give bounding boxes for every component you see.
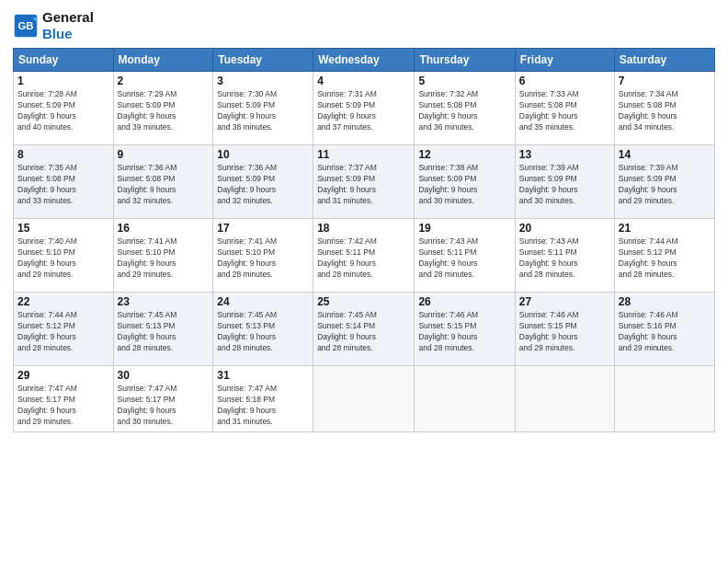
day-info: Sunrise: 7:39 AM Sunset: 5:09 PM Dayligh… xyxy=(619,163,711,207)
day-info: Sunrise: 7:43 AM Sunset: 5:11 PM Dayligh… xyxy=(418,236,510,281)
day-info: Sunrise: 7:33 AM Sunset: 5:08 PM Dayligh… xyxy=(519,89,610,133)
day-info: Sunrise: 7:43 AM Sunset: 5:11 PM Dayligh… xyxy=(519,236,610,281)
calendar-day-cell: 31Sunrise: 7:47 AM Sunset: 5:18 PM Dayli… xyxy=(213,366,313,432)
day-number: 22 xyxy=(17,295,109,308)
calendar-day-cell: 25Sunrise: 7:45 AM Sunset: 5:14 PM Dayli… xyxy=(313,293,415,366)
day-info: Sunrise: 7:31 AM Sunset: 5:09 PM Dayligh… xyxy=(317,89,410,133)
day-info: Sunrise: 7:34 AM Sunset: 5:08 PM Dayligh… xyxy=(619,89,711,133)
day-info: Sunrise: 7:36 AM Sunset: 5:09 PM Dayligh… xyxy=(217,163,309,207)
day-info: Sunrise: 7:47 AM Sunset: 5:17 PM Dayligh… xyxy=(118,384,210,428)
calendar-day-cell: 4Sunrise: 7:31 AM Sunset: 5:09 PM Daylig… xyxy=(313,72,415,145)
calendar-day-cell: 22Sunrise: 7:44 AM Sunset: 5:12 PM Dayli… xyxy=(14,293,114,366)
logo-icon: GB xyxy=(13,13,39,39)
calendar-week-row: 15Sunrise: 7:40 AM Sunset: 5:10 PM Dayli… xyxy=(14,219,715,293)
day-number: 14 xyxy=(619,148,711,161)
calendar-day-cell: 20Sunrise: 7:43 AM Sunset: 5:11 PM Dayli… xyxy=(515,219,614,293)
day-info: Sunrise: 7:28 AM Sunset: 5:09 PM Dayligh… xyxy=(17,89,109,133)
calendar-day-cell xyxy=(415,366,515,432)
day-info: Sunrise: 7:47 AM Sunset: 5:18 PM Dayligh… xyxy=(217,384,309,428)
day-info: Sunrise: 7:41 AM Sunset: 5:10 PM Dayligh… xyxy=(217,236,309,281)
day-info: Sunrise: 7:46 AM Sunset: 5:15 PM Dayligh… xyxy=(519,310,610,354)
day-number: 8 xyxy=(17,148,109,161)
day-info: Sunrise: 7:32 AM Sunset: 5:08 PM Dayligh… xyxy=(418,89,510,133)
weekday-header-thursday: Thursday xyxy=(415,49,515,72)
day-number: 28 xyxy=(619,295,711,308)
day-info: Sunrise: 7:47 AM Sunset: 5:17 PM Dayligh… xyxy=(17,384,109,428)
calendar-day-cell: 11Sunrise: 7:37 AM Sunset: 5:09 PM Dayli… xyxy=(313,145,415,219)
weekday-header-row: SundayMondayTuesdayWednesdayThursdayFrid… xyxy=(14,49,715,72)
day-number: 31 xyxy=(217,369,309,382)
calendar-day-cell: 14Sunrise: 7:39 AM Sunset: 5:09 PM Dayli… xyxy=(614,145,714,219)
calendar-table: SundayMondayTuesdayWednesdayThursdayFrid… xyxy=(13,48,715,432)
day-number: 7 xyxy=(619,75,711,87)
logo-blue: Blue xyxy=(42,26,73,41)
calendar-day-cell: 6Sunrise: 7:33 AM Sunset: 5:08 PM Daylig… xyxy=(515,72,614,145)
day-info: Sunrise: 7:45 AM Sunset: 5:13 PM Dayligh… xyxy=(217,310,309,354)
day-number: 30 xyxy=(118,369,210,382)
calendar-day-cell: 7Sunrise: 7:34 AM Sunset: 5:08 PM Daylig… xyxy=(614,72,714,145)
day-info: Sunrise: 7:46 AM Sunset: 5:16 PM Dayligh… xyxy=(619,310,711,354)
day-number: 12 xyxy=(418,148,510,161)
day-number: 2 xyxy=(118,75,210,87)
calendar-day-cell: 29Sunrise: 7:47 AM Sunset: 5:17 PM Dayli… xyxy=(14,366,114,432)
day-info: Sunrise: 7:36 AM Sunset: 5:08 PM Dayligh… xyxy=(118,163,210,207)
calendar-day-cell: 30Sunrise: 7:47 AM Sunset: 5:17 PM Dayli… xyxy=(113,366,213,432)
weekday-header-friday: Friday xyxy=(515,49,614,72)
day-number: 25 xyxy=(317,295,410,308)
day-number: 20 xyxy=(519,222,610,235)
day-number: 6 xyxy=(519,75,610,87)
calendar-day-cell: 23Sunrise: 7:45 AM Sunset: 5:13 PM Dayli… xyxy=(113,293,213,366)
day-info: Sunrise: 7:41 AM Sunset: 5:10 PM Dayligh… xyxy=(118,236,210,281)
day-info: Sunrise: 7:44 AM Sunset: 5:12 PM Dayligh… xyxy=(17,310,109,354)
calendar-week-row: 1Sunrise: 7:28 AM Sunset: 5:09 PM Daylig… xyxy=(14,72,715,145)
calendar-day-cell: 10Sunrise: 7:36 AM Sunset: 5:09 PM Dayli… xyxy=(213,145,313,219)
day-number: 15 xyxy=(17,222,109,235)
calendar-week-row: 29Sunrise: 7:47 AM Sunset: 5:17 PM Dayli… xyxy=(14,366,715,432)
day-info: Sunrise: 7:39 AM Sunset: 5:09 PM Dayligh… xyxy=(519,163,610,207)
calendar-day-cell: 2Sunrise: 7:29 AM Sunset: 5:09 PM Daylig… xyxy=(113,72,213,145)
calendar-day-cell: 18Sunrise: 7:42 AM Sunset: 5:11 PM Dayli… xyxy=(313,219,415,293)
calendar-day-cell: 1Sunrise: 7:28 AM Sunset: 5:09 PM Daylig… xyxy=(14,72,114,145)
day-number: 11 xyxy=(317,148,410,161)
calendar-day-cell: 28Sunrise: 7:46 AM Sunset: 5:16 PM Dayli… xyxy=(614,293,714,366)
weekday-header-monday: Monday xyxy=(113,49,213,72)
calendar-day-cell: 27Sunrise: 7:46 AM Sunset: 5:15 PM Dayli… xyxy=(515,293,614,366)
day-number: 13 xyxy=(519,148,610,161)
day-info: Sunrise: 7:42 AM Sunset: 5:11 PM Dayligh… xyxy=(317,236,410,281)
day-number: 17 xyxy=(217,222,309,235)
calendar-day-cell: 8Sunrise: 7:35 AM Sunset: 5:08 PM Daylig… xyxy=(14,145,114,219)
day-number: 23 xyxy=(118,295,210,308)
day-info: Sunrise: 7:29 AM Sunset: 5:09 PM Dayligh… xyxy=(118,89,210,133)
calendar-day-cell xyxy=(313,366,415,432)
weekday-header-saturday: Saturday xyxy=(614,49,714,72)
day-info: Sunrise: 7:45 AM Sunset: 5:14 PM Dayligh… xyxy=(317,310,410,354)
day-number: 18 xyxy=(317,222,410,235)
weekday-header-tuesday: Tuesday xyxy=(213,49,313,72)
calendar-day-cell: 24Sunrise: 7:45 AM Sunset: 5:13 PM Dayli… xyxy=(213,293,313,366)
weekday-header-sunday: Sunday xyxy=(14,49,114,72)
day-number: 9 xyxy=(118,148,210,161)
day-info: Sunrise: 7:40 AM Sunset: 5:10 PM Dayligh… xyxy=(17,236,109,281)
day-number: 5 xyxy=(418,75,510,87)
day-number: 21 xyxy=(619,222,711,235)
day-number: 1 xyxy=(17,75,109,87)
day-info: Sunrise: 7:30 AM Sunset: 5:09 PM Dayligh… xyxy=(217,89,309,133)
calendar-day-cell: 15Sunrise: 7:40 AM Sunset: 5:10 PM Dayli… xyxy=(14,219,114,293)
weekday-header-wednesday: Wednesday xyxy=(313,49,415,72)
calendar-day-cell: 9Sunrise: 7:36 AM Sunset: 5:08 PM Daylig… xyxy=(113,145,213,219)
calendar-day-cell: 3Sunrise: 7:30 AM Sunset: 5:09 PM Daylig… xyxy=(213,72,313,145)
calendar-day-cell: 12Sunrise: 7:38 AM Sunset: 5:09 PM Dayli… xyxy=(415,145,515,219)
calendar-day-cell: 26Sunrise: 7:46 AM Sunset: 5:15 PM Dayli… xyxy=(415,293,515,366)
logo-general: General xyxy=(42,9,94,25)
calendar-day-cell: 17Sunrise: 7:41 AM Sunset: 5:10 PM Dayli… xyxy=(213,219,313,293)
calendar-day-cell: 21Sunrise: 7:44 AM Sunset: 5:12 PM Dayli… xyxy=(614,219,714,293)
day-number: 16 xyxy=(118,222,210,235)
day-number: 24 xyxy=(217,295,309,308)
day-info: Sunrise: 7:38 AM Sunset: 5:09 PM Dayligh… xyxy=(418,163,510,207)
day-info: Sunrise: 7:46 AM Sunset: 5:15 PM Dayligh… xyxy=(418,310,510,354)
day-info: Sunrise: 7:35 AM Sunset: 5:08 PM Dayligh… xyxy=(17,163,109,207)
calendar-day-cell: 16Sunrise: 7:41 AM Sunset: 5:10 PM Dayli… xyxy=(113,219,213,293)
calendar-day-cell: 5Sunrise: 7:32 AM Sunset: 5:08 PM Daylig… xyxy=(415,72,515,145)
day-info: Sunrise: 7:45 AM Sunset: 5:13 PM Dayligh… xyxy=(118,310,210,354)
day-number: 19 xyxy=(418,222,510,235)
